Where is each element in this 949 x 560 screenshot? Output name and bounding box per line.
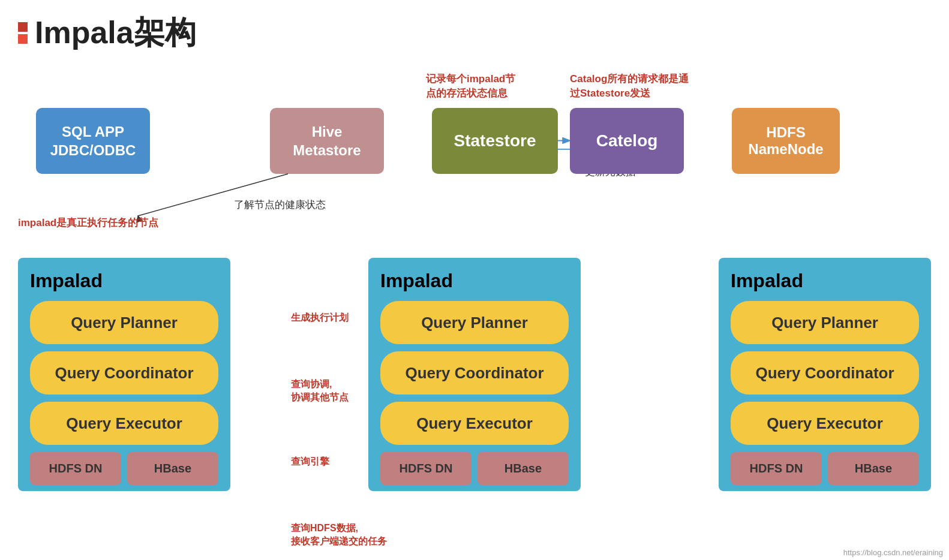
hbase-1: HBase: [127, 452, 218, 485]
query-executor-1: Query Executor: [30, 402, 218, 445]
impalad-box-3: Impalad Query Planner Query Coordinator …: [719, 258, 931, 491]
query-planner-2: Query Planner: [380, 301, 569, 344]
bottom-section: Impalad Query Planner Query Coordinator …: [18, 258, 931, 491]
page-title: Impala架构: [35, 12, 196, 54]
middle-annotations: 了解节点的健康状态 impalad是真正执行任务的节点: [18, 198, 931, 246]
query-planner-3: Query Planner: [731, 301, 919, 344]
hdfs-namenode-box: HDFSNameNode: [732, 108, 840, 174]
sql-app-box: SQL APPJDBC/ODBC: [36, 108, 150, 174]
impalad-title-1: Impalad: [30, 270, 218, 292]
hdfs-dn-3: HDFS DN: [731, 452, 822, 485]
title-area: Impala架构: [18, 12, 931, 54]
query-coordinator-3: Query Coordinator: [731, 351, 919, 395]
hive-metastore-box: HiveMetastore: [270, 108, 384, 174]
query-planner-1: Query Planner: [30, 301, 218, 344]
statestore-annotation: 记录每个impalad节点的存活状态信息: [426, 72, 515, 101]
hbase-2: HBase: [477, 452, 569, 485]
bottom-section-wrapper: 生成执行计划 查询协调,协调其他节点 查询引擎 查询HDFS数据,接收客户端递交…: [18, 258, 931, 491]
hdfs-dn-2: HDFS DN: [380, 452, 472, 485]
query-coordinator-1: Query Coordinator: [30, 351, 218, 395]
query-executor-2: Query Executor: [380, 402, 569, 445]
storage-row-3: HDFS DN HBase: [731, 452, 919, 485]
grid-icon: [18, 22, 28, 44]
impalad-description: impalad是真正执行任务的节点: [18, 216, 158, 230]
impalad-title-2: Impalad: [380, 270, 569, 292]
catalog-annotation: Catalog所有的请求都是通过Statestore发送: [570, 72, 689, 101]
svg-line-2: [138, 174, 288, 216]
hbase-3: HBase: [828, 452, 919, 485]
top-elements: SQL APPJDBC/ODBC HiveMetastore Statestor…: [36, 108, 949, 174]
hdfs-query-annotation: 查询HDFS数据,接收客户端递交的任务: [291, 522, 387, 549]
storage-row-1: HDFS DN HBase: [30, 452, 218, 485]
query-coordinator-2: Query Coordinator: [380, 351, 569, 395]
page-container: Impala架构 记录每个impalad节点的存活状态信息 Cata: [0, 0, 949, 560]
query-executor-3: Query Executor: [731, 402, 919, 445]
catalog-box: Catelog: [570, 108, 684, 174]
hdfs-dn-1: HDFS DN: [30, 452, 121, 485]
storage-row-2: HDFS DN HBase: [380, 452, 569, 485]
watermark: https://blog.csdn.net/eraining: [843, 548, 943, 557]
impalad-box-1: Impalad Query Planner Query Coordinator …: [18, 258, 230, 491]
impalad-title-3: Impalad: [731, 270, 919, 292]
impalad-box-2: Impalad Query Planner Query Coordinator …: [368, 258, 581, 491]
statestore-box: Statestore: [432, 108, 558, 174]
